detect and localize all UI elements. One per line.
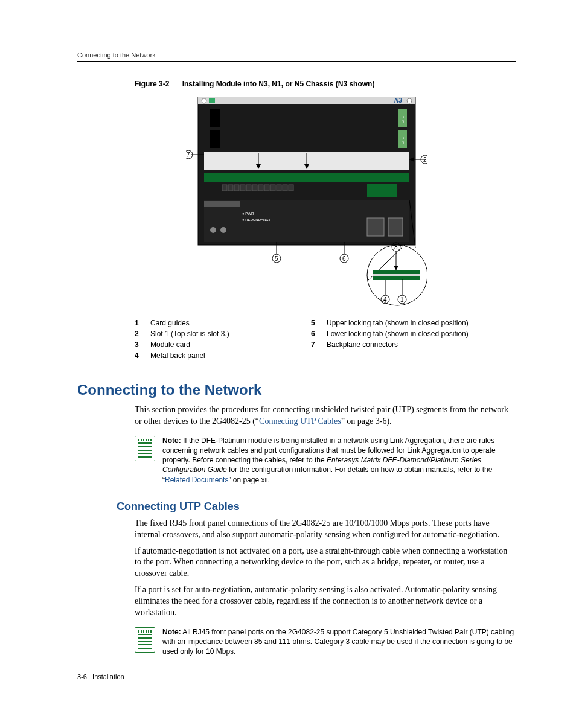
svg-rect-21 [264,185,269,191]
svg-rect-28 [204,201,240,207]
svg-text:2: 2 [423,156,427,163]
note-block: Note: If the DFE-Platinum module is bein… [135,436,516,485]
note-icon [135,627,155,653]
svg-text:DFE: DFE [401,137,405,144]
svg-point-32 [220,227,226,233]
note-prefix: Note: [162,628,181,636]
legend-num: 2 [135,328,150,339]
figure-caption: Figure 3-2 Installing Module into N3, N1… [135,80,516,88]
legend-text: Slot 1 (Top slot is slot 3.) [150,328,311,339]
svg-rect-12 [204,173,409,182]
note-text: Note: If the DFE-Platinum module is bein… [162,436,516,485]
svg-rect-4 [209,98,215,103]
running-header: Connecting to the Network [77,51,516,62]
figure-label: Figure 3-2 [135,80,169,88]
figure-legend: 1 Card guides 5 Upper locking tab (shown… [135,318,472,361]
svg-point-3 [407,98,412,103]
svg-rect-39 [373,274,420,276]
page-footer: 3-6 Installation [77,673,516,680]
svg-rect-19 [252,185,257,191]
svg-rect-5 [210,109,220,127]
svg-rect-20 [258,185,263,191]
legend-text: Lower locking tab (shown in closed posit… [327,328,472,339]
svg-rect-15 [228,185,233,191]
legend-text: Card guides [150,318,311,328]
legend-text: Metal back panel [150,350,311,361]
svg-text:5: 5 [275,255,278,262]
paragraph: If a port is set for auto-negotiation, a… [135,584,516,619]
svg-rect-17 [240,185,245,191]
svg-point-2 [202,98,206,103]
intro-paragraph: This section provides the procedures for… [135,404,516,427]
link-connecting-utp[interactable]: Connecting UTP Cables [259,417,341,426]
note-icon [135,436,155,461]
legend-num: 4 [135,350,150,361]
svg-text:4: 4 [383,296,387,303]
svg-rect-16 [234,185,239,191]
section-heading: Connecting to the Network [77,382,516,398]
paragraph: The fixed RJ45 front panel connections o… [135,518,516,541]
svg-text:3: 3 [394,244,398,251]
svg-text:6: 6 [342,255,346,262]
legend-num: 7 [311,339,327,350]
svg-text:● REDUNDANCY: ● REDUNDANCY [242,218,271,222]
svg-rect-25 [289,185,293,191]
svg-rect-38 [373,270,420,274]
svg-rect-1 [198,97,415,104]
subsection-heading: Connecting UTP Cables [117,500,516,513]
note-text: Note: All RJ45 front panel ports on the … [162,627,516,657]
svg-text:DFE: DFE [401,116,405,123]
chassis-label: N3 [394,97,402,104]
legend-num: 6 [311,328,327,339]
note-prefix: Note: [162,436,181,445]
legend-text: Upper locking tab (shown in closed posit… [327,318,472,328]
legend-num: 1 [135,318,150,328]
svg-rect-8 [210,130,220,148]
legend-text: Backplane connectors [327,339,472,350]
legend-text: Module card [150,339,311,350]
svg-rect-14 [222,185,227,191]
svg-point-31 [210,227,216,233]
svg-text:● PWR: ● PWR [242,212,254,216]
paragraph: If automatic-negotiation is not activate… [135,546,516,580]
chapter-name: Installation [92,673,124,680]
svg-rect-18 [246,185,251,191]
svg-rect-40 [373,276,420,280]
svg-rect-22 [270,185,275,191]
figure-diagram: N3 DFE DFE [186,94,427,311]
link-related-documents[interactable]: Related Documents [165,476,228,484]
note-body-post: ” on page xii. [228,476,270,484]
svg-rect-26 [367,184,397,197]
note-body: All RJ45 front panel ports on the 2G4082… [162,628,514,656]
svg-text:1: 1 [400,296,404,303]
svg-rect-34 [388,218,403,236]
figure-title: Installing Module into N3, N1, or N5 Cha… [182,80,375,88]
legend-num: 3 [135,339,150,350]
svg-rect-33 [367,218,384,236]
svg-rect-24 [283,185,287,191]
intro-text-post: ” on page 3-6). [341,417,392,426]
note-block: Note: All RJ45 front panel ports on the … [135,627,516,657]
svg-rect-23 [277,185,281,191]
legend-num: 5 [311,318,327,328]
page-number: 3-6 [77,673,87,680]
svg-text:7: 7 [187,152,190,158]
